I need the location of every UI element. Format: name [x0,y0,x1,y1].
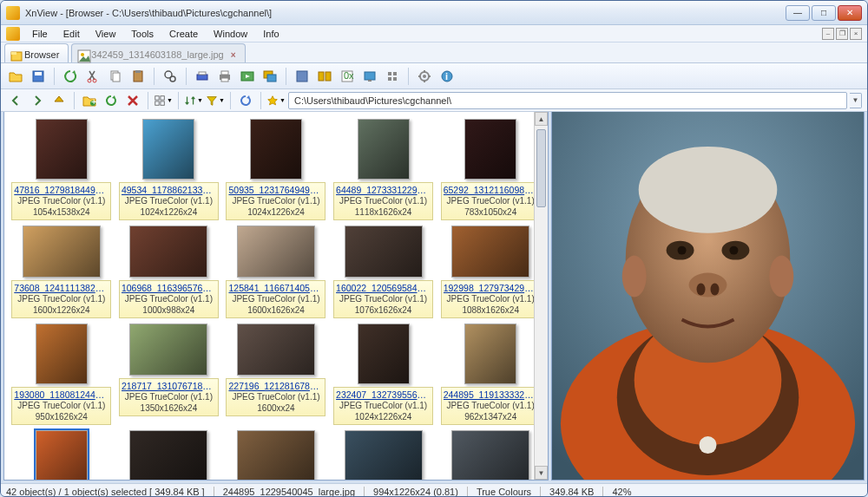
thumbnail-item[interactable]: 192998_1279734291_la...JPEG TrueColor (v… [438,226,542,318]
thumbnail-item[interactable] [438,430,542,480]
thumbnail-filename: 64489_1273331229_large [336,185,431,196]
thumbnail-item[interactable]: 218717_1310767180_la...JPEG TrueColor (v… [117,324,221,425]
paste-button[interactable] [128,67,148,86]
thumbnail-caption: 65292_1312116098_largeJPEG TrueColor (v1… [441,182,541,220]
favorites-button[interactable]: ▼ [266,91,286,110]
scroll-down-button[interactable]: ▼ [535,466,548,480]
svg-point-62 [700,436,717,454]
convert-button[interactable] [260,67,279,86]
fullscreen-button[interactable] [293,67,312,86]
menu-edit[interactable]: Edit [56,27,87,41]
thumbnail-item[interactable]: 227196_1212816786_la...JPEG TrueColor (v… [224,324,328,425]
dropdown-arrow-icon: ▼ [219,97,225,103]
thumbnail-item[interactable] [117,430,221,480]
tab-browser[interactable]: Browser [4,43,69,62]
thumbnail-item[interactable]: 106968_1163965763_la...JPEG TrueColor (v… [117,226,221,318]
thumbnail-item[interactable]: 193080_1180812449_la...JPEG TrueColor (v… [10,324,114,425]
thumbnail-item[interactable]: 73608_1241111382_largeJPEG TrueColor (v1… [10,226,114,318]
thumbnail-item[interactable] [224,430,328,480]
delete-button[interactable] [123,91,142,110]
nav-up-button[interactable] [49,91,69,110]
thumbnail-dims: 1054x1538x24 [14,207,108,219]
thumbnail-filename: 125841_1166714058_la... [228,283,323,294]
window-close-button[interactable]: ✕ [838,5,862,21]
thumbnail-item[interactable] [332,430,436,480]
thumbnail-item[interactable] [10,430,114,480]
dropdown-arrow-icon: ▼ [279,97,286,103]
thumbnail-image [142,119,194,180]
options-button[interactable] [415,67,434,86]
tab-close-icon[interactable]: × [231,50,236,60]
scroll-track[interactable] [535,126,548,466]
thumbnail-caption: 218717_1310767180_la...JPEG TrueColor (v… [119,378,219,416]
new-folder-button[interactable]: + [80,91,99,110]
thumbnail-image [451,430,529,480]
path-dropdown-button[interactable]: ▼ [850,93,862,108]
menu-window[interactable]: Window [207,27,254,41]
thumbnail-image [237,226,315,278]
scroll-up-button[interactable]: ▲ [535,112,548,126]
thumbnail-caption: 125841_1166714058_la...JPEG TrueColor (v… [226,280,326,318]
menu-create[interactable]: Create [162,27,205,41]
thumbnail-item[interactable]: 160022_1205695844_la...JPEG TrueColor (v… [332,226,436,318]
thumbnail-dims: 1024x1226x24 [336,412,431,423]
thumbnail-item[interactable]: 47816_1279818449_largeJPEG TrueColor (v1… [10,119,114,220]
toolbar-separator [408,68,409,85]
rebuild-thumbs-button[interactable] [236,91,255,110]
vertical-scrollbar[interactable]: ▲ ▼ [534,112,548,480]
thumbnail-item[interactable]: 125841_1166714058_la...JPEG TrueColor (v… [224,226,328,318]
window-minimize-button[interactable]: — [786,5,810,21]
menu-view[interactable]: View [89,27,123,41]
app-icon [6,6,20,20]
refresh-button[interactable] [61,67,80,86]
compare-button[interactable] [315,67,334,86]
nav-back-button[interactable] [6,91,25,110]
thumbnail-filename: 193080_1180812449_la... [14,389,108,401]
copy-button[interactable] [106,67,125,86]
window-maximize-button[interactable]: □ [812,5,836,21]
menu-tools[interactable]: Tools [124,27,161,41]
view-mode-button[interactable]: ▼ [154,91,173,110]
nav-forward-button[interactable] [28,91,47,110]
menu-info[interactable]: Info [256,27,286,41]
refresh-folder-button[interactable] [102,91,121,110]
svg-point-58 [697,284,706,296]
status-filename: 244895_1229540045_large.jpg [223,487,355,497]
thumbnail-filename: 106968_1163965763_la... [122,283,216,294]
fit-button[interactable] [383,67,402,86]
scanner-button[interactable] [193,67,212,86]
about-button[interactable]: i [437,67,457,86]
hex-view-button[interactable]: 0x [338,67,357,86]
tab-image[interactable]: 342459_1314603188_large.jpg × [71,43,245,62]
thumbnail-image [237,324,315,376]
wallpaper-button[interactable] [360,67,379,86]
thumbnail-item[interactable]: 64489_1273331229_largeJPEG TrueColor (v1… [332,119,436,220]
thumbnail-format: JPEG TrueColor (v1.1) [14,401,108,412]
path-input[interactable]: C:\Users\thibaud\Pictures\cgchannel\ [288,92,847,109]
sort-button[interactable]: ▼ [184,91,203,110]
mdi-minimize-button[interactable]: – [822,28,834,40]
filter-button[interactable]: ▼ [206,91,225,110]
thumbnail-image [129,430,207,480]
thumbnail-caption: 73608_1241111382_largeJPEG TrueColor (v1… [11,280,111,318]
print-button[interactable] [215,67,234,86]
preview-image[interactable] [552,112,864,480]
thumbnail-item[interactable]: 50935_1231764949_largeJPEG TrueColor (v1… [224,119,328,220]
save-button[interactable] [29,67,48,86]
thumbnail-item[interactable]: 65292_1312116098_largeJPEG TrueColor (v1… [438,119,542,220]
scroll-thumb[interactable] [536,129,546,207]
thumbnails-grid: 47816_1279818449_largeJPEG TrueColor (v1… [4,112,548,480]
thumbnail-item[interactable]: 232407_1327395565_la...JPEG TrueColor (v… [332,324,436,425]
menu-bar: File Edit View Tools Create Window Info … [1,25,867,43]
open-button[interactable] [6,67,25,86]
mdi-close-button[interactable]: × [850,28,862,40]
mdi-restore-button[interactable]: ❐ [836,28,848,40]
find-button[interactable] [161,67,180,86]
thumbnail-item[interactable]: 244895_1191333321_la...JPEG TrueColor (v… [438,324,542,425]
thumbnail-item[interactable]: 49534_1178862133_largeJPEG TrueColor (v1… [117,119,221,220]
cut-button[interactable] [83,67,102,86]
slideshow-button[interactable] [238,67,257,86]
menu-file[interactable]: File [25,27,55,41]
thumbnail-format: JPEG TrueColor (v1.1) [122,294,216,305]
svg-point-61 [769,256,793,298]
